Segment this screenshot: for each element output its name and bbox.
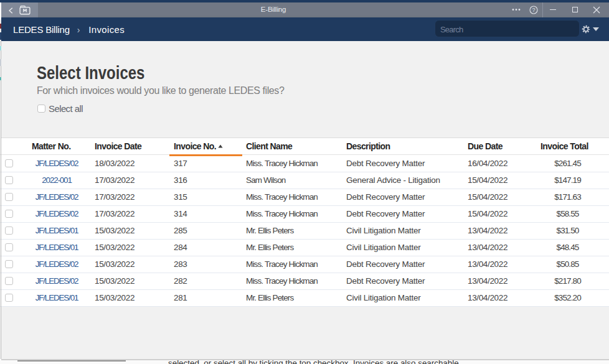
svg-text:?: ? <box>532 7 535 13</box>
